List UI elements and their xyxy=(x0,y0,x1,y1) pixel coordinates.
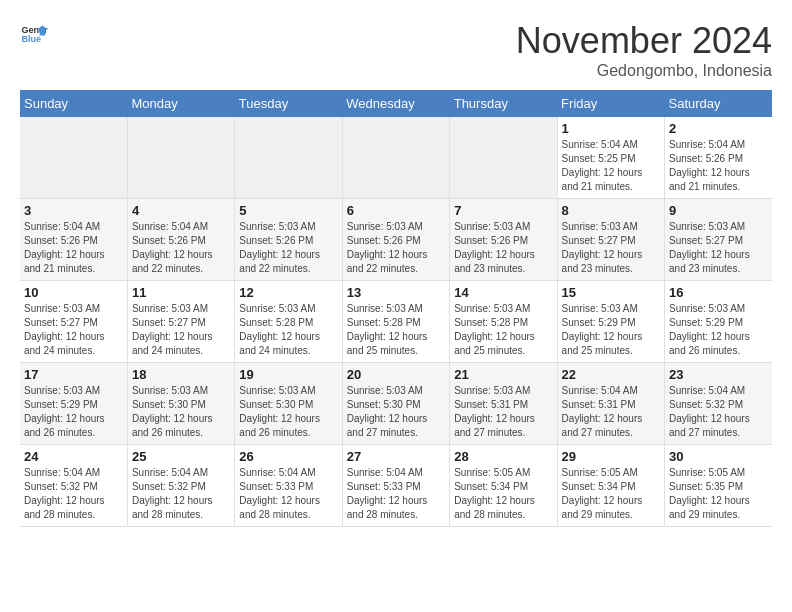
calendar-cell: 15Sunrise: 5:03 AMSunset: 5:29 PMDayligh… xyxy=(557,281,664,363)
day-info: Sunrise: 5:03 AMSunset: 5:29 PMDaylight:… xyxy=(669,302,768,358)
day-number: 25 xyxy=(132,449,230,464)
calendar-week-row: 3Sunrise: 5:04 AMSunset: 5:26 PMDaylight… xyxy=(20,199,772,281)
day-info: Sunrise: 5:05 AMSunset: 5:35 PMDaylight:… xyxy=(669,466,768,522)
calendar-cell: 4Sunrise: 5:04 AMSunset: 5:26 PMDaylight… xyxy=(127,199,234,281)
calendar-cell: 30Sunrise: 5:05 AMSunset: 5:35 PMDayligh… xyxy=(665,445,772,527)
day-info: Sunrise: 5:03 AMSunset: 5:26 PMDaylight:… xyxy=(347,220,445,276)
calendar-cell: 7Sunrise: 5:03 AMSunset: 5:26 PMDaylight… xyxy=(450,199,557,281)
day-info: Sunrise: 5:03 AMSunset: 5:28 PMDaylight:… xyxy=(347,302,445,358)
day-info: Sunrise: 5:04 AMSunset: 5:26 PMDaylight:… xyxy=(24,220,123,276)
day-info: Sunrise: 5:04 AMSunset: 5:32 PMDaylight:… xyxy=(24,466,123,522)
month-title: November 2024 xyxy=(516,20,772,62)
calendar-cell: 3Sunrise: 5:04 AMSunset: 5:26 PMDaylight… xyxy=(20,199,127,281)
day-number: 2 xyxy=(669,121,768,136)
day-number: 19 xyxy=(239,367,337,382)
day-number: 1 xyxy=(562,121,660,136)
day-info: Sunrise: 5:04 AMSunset: 5:26 PMDaylight:… xyxy=(669,138,768,194)
day-number: 21 xyxy=(454,367,552,382)
day-info: Sunrise: 5:03 AMSunset: 5:27 PMDaylight:… xyxy=(132,302,230,358)
day-number: 8 xyxy=(562,203,660,218)
calendar-cell xyxy=(20,117,127,199)
logo-icon: General Blue xyxy=(20,20,48,48)
day-number: 4 xyxy=(132,203,230,218)
calendar-table: SundayMondayTuesdayWednesdayThursdayFrid… xyxy=(20,90,772,527)
calendar-cell: 13Sunrise: 5:03 AMSunset: 5:28 PMDayligh… xyxy=(342,281,449,363)
calendar-cell: 12Sunrise: 5:03 AMSunset: 5:28 PMDayligh… xyxy=(235,281,342,363)
day-number: 22 xyxy=(562,367,660,382)
calendar-cell: 9Sunrise: 5:03 AMSunset: 5:27 PMDaylight… xyxy=(665,199,772,281)
calendar-week-row: 10Sunrise: 5:03 AMSunset: 5:27 PMDayligh… xyxy=(20,281,772,363)
day-of-week-header: Sunday xyxy=(20,90,127,117)
day-number: 12 xyxy=(239,285,337,300)
calendar-cell: 18Sunrise: 5:03 AMSunset: 5:30 PMDayligh… xyxy=(127,363,234,445)
day-number: 5 xyxy=(239,203,337,218)
title-block: November 2024 Gedongombo, Indonesia xyxy=(516,20,772,80)
day-number: 6 xyxy=(347,203,445,218)
calendar-cell: 2Sunrise: 5:04 AMSunset: 5:26 PMDaylight… xyxy=(665,117,772,199)
calendar-cell: 27Sunrise: 5:04 AMSunset: 5:33 PMDayligh… xyxy=(342,445,449,527)
calendar-cell: 16Sunrise: 5:03 AMSunset: 5:29 PMDayligh… xyxy=(665,281,772,363)
day-info: Sunrise: 5:05 AMSunset: 5:34 PMDaylight:… xyxy=(454,466,552,522)
day-number: 15 xyxy=(562,285,660,300)
svg-text:Blue: Blue xyxy=(21,34,41,44)
day-info: Sunrise: 5:04 AMSunset: 5:31 PMDaylight:… xyxy=(562,384,660,440)
day-info: Sunrise: 5:03 AMSunset: 5:26 PMDaylight:… xyxy=(454,220,552,276)
calendar-cell xyxy=(127,117,234,199)
calendar-cell: 1Sunrise: 5:04 AMSunset: 5:25 PMDaylight… xyxy=(557,117,664,199)
day-info: Sunrise: 5:03 AMSunset: 5:27 PMDaylight:… xyxy=(562,220,660,276)
day-number: 28 xyxy=(454,449,552,464)
day-number: 7 xyxy=(454,203,552,218)
calendar-cell xyxy=(235,117,342,199)
day-number: 20 xyxy=(347,367,445,382)
day-number: 17 xyxy=(24,367,123,382)
calendar-cell: 19Sunrise: 5:03 AMSunset: 5:30 PMDayligh… xyxy=(235,363,342,445)
calendar-cell: 11Sunrise: 5:03 AMSunset: 5:27 PMDayligh… xyxy=(127,281,234,363)
day-of-week-header: Thursday xyxy=(450,90,557,117)
day-info: Sunrise: 5:03 AMSunset: 5:28 PMDaylight:… xyxy=(239,302,337,358)
day-number: 10 xyxy=(24,285,123,300)
calendar-cell: 10Sunrise: 5:03 AMSunset: 5:27 PMDayligh… xyxy=(20,281,127,363)
logo: General Blue xyxy=(20,20,48,48)
day-number: 27 xyxy=(347,449,445,464)
calendar-cell: 29Sunrise: 5:05 AMSunset: 5:34 PMDayligh… xyxy=(557,445,664,527)
day-number: 30 xyxy=(669,449,768,464)
day-of-week-header: Tuesday xyxy=(235,90,342,117)
day-info: Sunrise: 5:04 AMSunset: 5:32 PMDaylight:… xyxy=(132,466,230,522)
day-number: 14 xyxy=(454,285,552,300)
calendar-cell: 14Sunrise: 5:03 AMSunset: 5:28 PMDayligh… xyxy=(450,281,557,363)
calendar-week-row: 1Sunrise: 5:04 AMSunset: 5:25 PMDaylight… xyxy=(20,117,772,199)
day-info: Sunrise: 5:03 AMSunset: 5:27 PMDaylight:… xyxy=(669,220,768,276)
day-info: Sunrise: 5:03 AMSunset: 5:30 PMDaylight:… xyxy=(347,384,445,440)
calendar-header-row: SundayMondayTuesdayWednesdayThursdayFrid… xyxy=(20,90,772,117)
calendar-cell: 5Sunrise: 5:03 AMSunset: 5:26 PMDaylight… xyxy=(235,199,342,281)
calendar-cell: 6Sunrise: 5:03 AMSunset: 5:26 PMDaylight… xyxy=(342,199,449,281)
calendar-cell xyxy=(342,117,449,199)
day-of-week-header: Saturday xyxy=(665,90,772,117)
day-info: Sunrise: 5:03 AMSunset: 5:29 PMDaylight:… xyxy=(562,302,660,358)
calendar-cell: 23Sunrise: 5:04 AMSunset: 5:32 PMDayligh… xyxy=(665,363,772,445)
calendar-week-row: 24Sunrise: 5:04 AMSunset: 5:32 PMDayligh… xyxy=(20,445,772,527)
day-number: 9 xyxy=(669,203,768,218)
calendar-week-row: 17Sunrise: 5:03 AMSunset: 5:29 PMDayligh… xyxy=(20,363,772,445)
day-number: 3 xyxy=(24,203,123,218)
calendar-cell: 21Sunrise: 5:03 AMSunset: 5:31 PMDayligh… xyxy=(450,363,557,445)
day-info: Sunrise: 5:04 AMSunset: 5:25 PMDaylight:… xyxy=(562,138,660,194)
calendar-cell: 20Sunrise: 5:03 AMSunset: 5:30 PMDayligh… xyxy=(342,363,449,445)
day-info: Sunrise: 5:03 AMSunset: 5:28 PMDaylight:… xyxy=(454,302,552,358)
day-number: 24 xyxy=(24,449,123,464)
calendar-cell: 17Sunrise: 5:03 AMSunset: 5:29 PMDayligh… xyxy=(20,363,127,445)
day-info: Sunrise: 5:03 AMSunset: 5:27 PMDaylight:… xyxy=(24,302,123,358)
day-info: Sunrise: 5:03 AMSunset: 5:30 PMDaylight:… xyxy=(239,384,337,440)
day-number: 18 xyxy=(132,367,230,382)
calendar-cell: 28Sunrise: 5:05 AMSunset: 5:34 PMDayligh… xyxy=(450,445,557,527)
day-number: 16 xyxy=(669,285,768,300)
calendar-cell: 8Sunrise: 5:03 AMSunset: 5:27 PMDaylight… xyxy=(557,199,664,281)
day-of-week-header: Monday xyxy=(127,90,234,117)
day-info: Sunrise: 5:04 AMSunset: 5:33 PMDaylight:… xyxy=(347,466,445,522)
day-info: Sunrise: 5:03 AMSunset: 5:29 PMDaylight:… xyxy=(24,384,123,440)
calendar-cell: 24Sunrise: 5:04 AMSunset: 5:32 PMDayligh… xyxy=(20,445,127,527)
day-of-week-header: Friday xyxy=(557,90,664,117)
day-info: Sunrise: 5:04 AMSunset: 5:33 PMDaylight:… xyxy=(239,466,337,522)
day-number: 26 xyxy=(239,449,337,464)
day-number: 11 xyxy=(132,285,230,300)
